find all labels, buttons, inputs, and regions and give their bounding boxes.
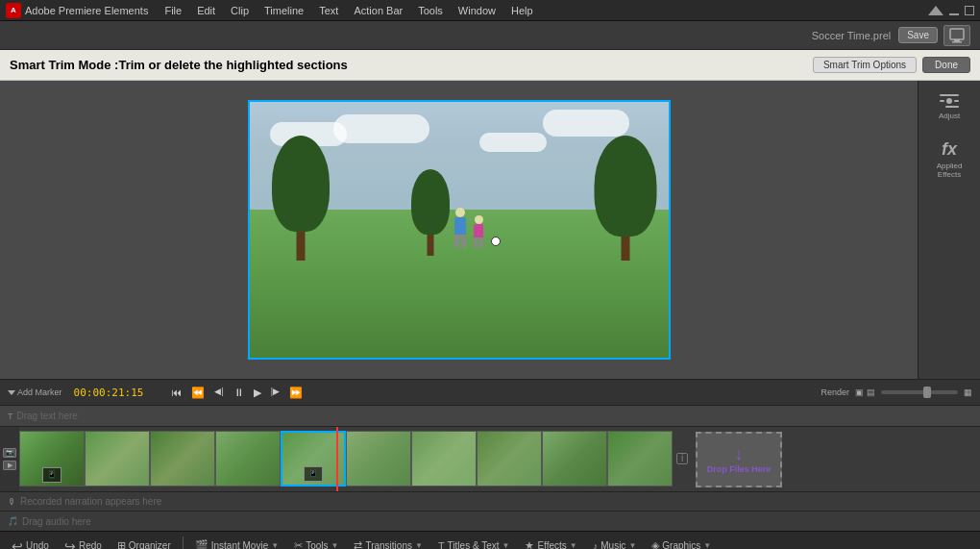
- pause-button[interactable]: ⏸: [231, 386, 247, 400]
- head-2: [475, 215, 483, 224]
- controls-bar: Add Marker 00:00:21:15 ⏮ ⏪ ◀| ⏸ ▶ |▶ ⏩ R…: [0, 379, 980, 406]
- film-frame-8[interactable]: [477, 431, 542, 487]
- save-button[interactable]: Save: [898, 27, 938, 43]
- menu-text[interactable]: Text: [312, 3, 345, 18]
- marker-arrow-icon: [8, 390, 15, 395]
- step-forward-button[interactable]: |▶: [268, 386, 282, 400]
- separator-1: [183, 537, 184, 550]
- effects-panel-button[interactable]: fx AppliedEffects: [931, 136, 968, 183]
- music-button[interactable]: ♪ Music ▼: [587, 538, 643, 550]
- tools-icon: ✂: [294, 539, 303, 549]
- video-area: [0, 81, 918, 379]
- project-name: Soccer Time.prel: [812, 30, 892, 41]
- redo-icon: ↪: [64, 538, 76, 550]
- menu-file[interactable]: File: [158, 3, 188, 18]
- film-thumb-9: [543, 432, 606, 486]
- render-slider[interactable]: [881, 390, 958, 394]
- tree-canopy-mid: [411, 169, 450, 235]
- filmstrip: 📱 📱: [19, 431, 692, 488]
- film-frame-2[interactable]: [85, 431, 150, 487]
- smart-trim-title: Smart Trim Mode :Trim or delete the high…: [10, 58, 348, 72]
- play-button[interactable]: ▶: [251, 386, 264, 400]
- film-frame-9[interactable]: [542, 431, 607, 487]
- film-frame-3[interactable]: [150, 431, 215, 487]
- video-frame[interactable]: [248, 100, 671, 360]
- graphics-button[interactable]: ◈ Graphics ▼: [646, 537, 717, 549]
- svg-rect-3: [950, 29, 964, 39]
- smart-trim-options-button[interactable]: Smart Trim Options: [813, 57, 917, 73]
- menu-action-bar[interactable]: Action Bar: [347, 3, 409, 18]
- cloud-3: [479, 133, 547, 152]
- camera-icon: 📷: [3, 448, 16, 458]
- bottom-toolbar: ↩ Undo ↪ Redo ⊞ Organizer 🎬 Instant Movi…: [0, 531, 980, 549]
- main-content: Adjust fx AppliedEffects: [0, 81, 980, 379]
- cloud-2: [333, 114, 429, 143]
- film-frame-10[interactable]: [607, 431, 673, 487]
- instant-movie-arrow: ▼: [271, 541, 279, 549]
- graphics-label: Graphics: [662, 540, 700, 549]
- menu-bar: A Adobe Premiere Elements File Edit Clip…: [0, 0, 980, 21]
- track-icons-left: 📷 ▶: [0, 427, 19, 491]
- menu-clip[interactable]: Clip: [224, 3, 256, 18]
- app-logo: A Adobe Premiere Elements: [6, 3, 148, 18]
- film-icon-1: 📱: [42, 467, 61, 483]
- legs-1: [454, 235, 466, 248]
- menu-timeline[interactable]: Timeline: [257, 3, 310, 18]
- narration-icon: 🎙: [8, 497, 16, 507]
- menu-help[interactable]: Help: [504, 3, 540, 18]
- redo-button[interactable]: ↪ Redo: [59, 537, 108, 550]
- cloud-4: [543, 110, 629, 137]
- goto-start-button[interactable]: ⏮: [168, 386, 184, 400]
- svg-marker-0: [928, 6, 943, 15]
- film-frame-7[interactable]: [411, 431, 477, 487]
- music-icon: ♪: [593, 540, 599, 550]
- tools-button[interactable]: ✂ Tools ▼: [288, 537, 344, 549]
- film-thumb-8: [478, 432, 541, 486]
- menu-tools[interactable]: Tools: [411, 3, 450, 18]
- render-full-icon[interactable]: ▣: [855, 387, 864, 397]
- transitions-icon: ⇄: [354, 539, 362, 549]
- body-1: [454, 217, 466, 235]
- film-frame-1[interactable]: 📱: [19, 431, 85, 487]
- playhead[interactable]: [336, 427, 338, 491]
- fast-forward-button[interactable]: ⏩: [286, 386, 306, 400]
- graphics-icon: ◈: [651, 539, 659, 549]
- film-icon-5: 📱: [304, 466, 323, 482]
- render-partial-icon[interactable]: ▤: [867, 387, 875, 397]
- titles-button[interactable]: T Titles & Text ▼: [432, 538, 516, 550]
- undo-button[interactable]: ↩ Undo: [6, 537, 55, 550]
- done-button[interactable]: Done: [922, 57, 970, 73]
- frame-back-button[interactable]: ◀|: [211, 386, 226, 400]
- render-settings-icon[interactable]: ▦: [964, 387, 972, 397]
- add-marker-button[interactable]: Add Marker: [8, 387, 62, 397]
- undo-icon: ↩: [12, 538, 23, 550]
- video-content: [250, 102, 669, 358]
- leg-l-2: [474, 237, 478, 248]
- timeline-area: T Drag text here 📷 ▶ 📱: [0, 406, 980, 531]
- adjust-panel-button[interactable]: Adjust: [933, 90, 966, 124]
- menu-edit[interactable]: Edit: [190, 3, 222, 18]
- instant-movie-button[interactable]: 🎬 Instant Movie ▼: [189, 537, 284, 549]
- drop-files-zone[interactable]: ↓ Drop Files Here: [696, 432, 782, 487]
- monitor-icon: [949, 28, 965, 43]
- leg-r-2: [478, 237, 483, 247]
- save-icon: [943, 25, 970, 46]
- film-frame-4[interactable]: [215, 431, 281, 487]
- menu-window[interactable]: Window: [452, 3, 502, 18]
- minimize-icon[interactable]: [949, 6, 959, 15]
- film-frame-6[interactable]: [346, 431, 411, 487]
- video-track: 📷 ▶ 📱: [0, 427, 980, 492]
- step-back-button[interactable]: ⏪: [188, 386, 208, 400]
- figure-1: [454, 208, 466, 248]
- drop-files-label: Drop Files Here: [707, 464, 772, 475]
- effects-button[interactable]: ★ Effects ▼: [519, 537, 582, 549]
- transitions-button[interactable]: ⇄ Transitions ▼: [348, 537, 428, 549]
- effects-icon: ★: [525, 539, 534, 549]
- narration-track: 🎙 Recorded narration appears here: [0, 492, 980, 512]
- add-marker-label: Add Marker: [17, 387, 62, 397]
- svg-rect-2: [965, 6, 974, 15]
- organizer-button[interactable]: ⊞ Organizer: [111, 537, 177, 549]
- svg-rect-5: [952, 41, 962, 43]
- organizer-label: Organizer: [129, 540, 171, 549]
- maximize-icon[interactable]: [965, 6, 974, 15]
